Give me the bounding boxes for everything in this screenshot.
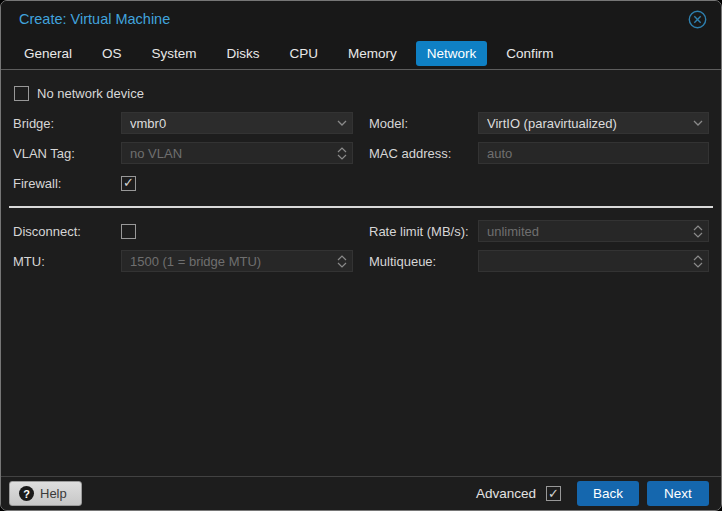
model-input[interactable]	[479, 113, 708, 133]
spinner-up-down-icon[interactable]	[337, 251, 347, 271]
help-button[interactable]: ? Help	[9, 481, 82, 506]
tab-memory[interactable]: Memory	[337, 41, 408, 66]
vlan-tag-label: VLAN Tag:	[13, 146, 121, 161]
multiqueue-spinner	[478, 250, 709, 272]
no-network-device-checkbox[interactable]	[14, 86, 29, 101]
multiqueue-input[interactable]	[479, 251, 708, 271]
firewall-label: Firewall:	[13, 176, 121, 191]
tab-cpu[interactable]: CPU	[279, 41, 330, 66]
advanced-section-divider	[9, 206, 713, 208]
spinner-up-down-icon[interactable]	[337, 143, 347, 163]
close-icon[interactable]	[688, 10, 707, 29]
create-vm-dialog: Create: Virtual Machine General OS Syste…	[0, 0, 722, 511]
mac-address-field	[478, 142, 709, 164]
tab-os[interactable]: OS	[91, 41, 133, 66]
tab-confirm[interactable]: Confirm	[495, 41, 564, 66]
vlan-tag-spinner	[121, 142, 353, 164]
disconnect-label: Disconnect:	[13, 224, 121, 239]
rate-limit-label: Rate limit (MB/s):	[369, 224, 478, 239]
back-button[interactable]: Back	[577, 481, 639, 506]
tab-network[interactable]: Network	[416, 41, 488, 66]
rate-limit-spinner	[478, 220, 709, 242]
bridge-label: Bridge:	[13, 116, 121, 131]
vlan-tag-input[interactable]	[122, 143, 352, 163]
chevron-down-icon[interactable]	[337, 113, 347, 133]
wizard-tabbar: General OS System Disks CPU Memory Netwo…	[1, 37, 721, 70]
rate-limit-input[interactable]	[479, 221, 708, 241]
disconnect-checkbox[interactable]	[121, 224, 136, 239]
dialog-title: Create: Virtual Machine	[19, 11, 170, 27]
dialog-titlebar: Create: Virtual Machine	[1, 1, 721, 37]
advanced-label: Advanced	[476, 486, 536, 501]
bridge-input[interactable]	[122, 113, 352, 133]
spinner-up-down-icon[interactable]	[693, 221, 703, 241]
tab-disks[interactable]: Disks	[216, 41, 271, 66]
spinner-up-down-icon[interactable]	[693, 251, 703, 271]
model-combo	[478, 112, 709, 134]
help-button-label: Help	[40, 486, 67, 501]
network-form: No network device Bridge: Model: VLAN T	[1, 70, 721, 476]
mtu-spinner	[121, 250, 353, 272]
mac-address-label: MAC address:	[369, 146, 478, 161]
firewall-checkbox[interactable]	[121, 176, 136, 191]
multiqueue-label: Multiqueue:	[369, 254, 478, 269]
bridge-combo	[121, 112, 353, 134]
next-button[interactable]: Next	[647, 481, 709, 506]
mtu-input[interactable]	[122, 251, 352, 271]
advanced-checkbox[interactable]	[546, 486, 561, 501]
dialog-footer: ? Help Advanced Back Next	[1, 476, 721, 510]
mac-address-input[interactable]	[479, 143, 708, 163]
model-label: Model:	[369, 116, 478, 131]
tab-general[interactable]: General	[13, 41, 83, 66]
tab-system[interactable]: System	[141, 41, 208, 66]
question-mark-icon: ?	[19, 486, 34, 501]
no-network-device-label: No network device	[37, 86, 144, 101]
mtu-label: MTU:	[13, 254, 121, 269]
chevron-down-icon[interactable]	[693, 113, 703, 133]
